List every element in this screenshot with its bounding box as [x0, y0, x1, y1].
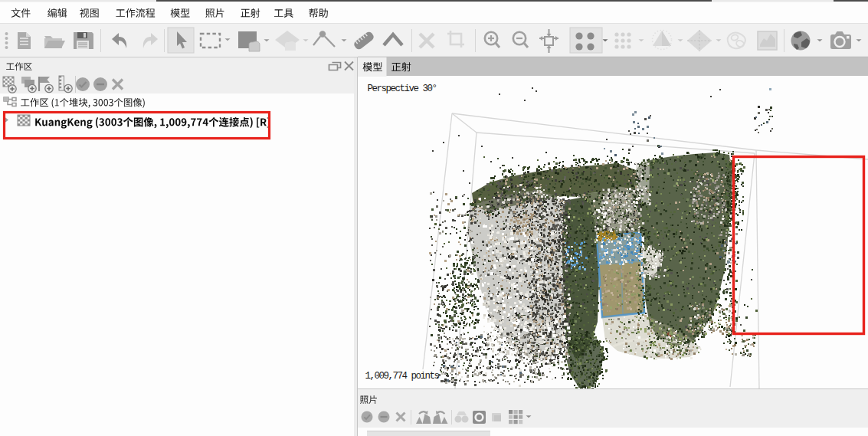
svg-text:1,009,774 points: 1,009,774 points — [365, 371, 440, 382]
svg-text:Perspective 30°: Perspective 30° — [368, 84, 437, 94]
